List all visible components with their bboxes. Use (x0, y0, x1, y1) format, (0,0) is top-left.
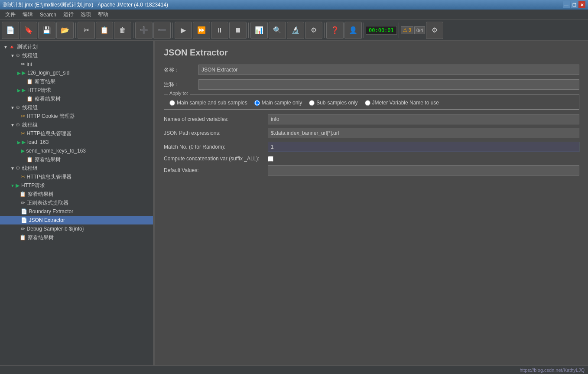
tree-item-view4[interactable]: 📋 察看结果树 (0, 233, 153, 242)
arrow-view4 (17, 235, 19, 240)
radio-main-only-input[interactable] (254, 100, 260, 106)
warning-icon: ⚠ (403, 27, 407, 33)
warning-count: 3 (409, 27, 411, 33)
tree-item-boundary[interactable]: 📄 Boundary Extractor (0, 207, 153, 216)
toolbar-function[interactable]: ⚙ (305, 22, 322, 39)
arrow-ini (17, 62, 20, 67)
icon-http2: ▶ (16, 182, 19, 189)
tree-item-assert1[interactable]: 📋 断言结果 (0, 77, 153, 86)
label-cookie: HTTP Cookie 管理器 (27, 113, 75, 120)
menu-run[interactable]: 运行 (60, 10, 77, 19)
concat-checkbox[interactable] (268, 156, 273, 162)
radio-jmeter-var[interactable]: JMeter Variable Name to use (365, 100, 439, 106)
toolbar-remote[interactable]: 👤 (344, 22, 362, 39)
title-bar: 测试计划.jmx (E:\jmxfiles\测试计划.jmx) - Apache… (0, 0, 588, 10)
menu-options[interactable]: 选项 (77, 10, 94, 19)
restore-button[interactable]: ❐ (571, 1, 578, 8)
label-view3: 察看结果树 (28, 191, 54, 198)
label-thread-group-1: 线程组 (22, 52, 38, 59)
toolbar-search[interactable]: 🔬 (287, 22, 304, 39)
menu-help[interactable]: 帮助 (94, 10, 112, 19)
toolbar-cut[interactable]: ✂ (78, 22, 95, 39)
toolbar-open[interactable]: 📂 (56, 22, 74, 39)
toolbar-start[interactable]: ▶ (175, 22, 192, 39)
tree-item-view2[interactable]: 📋 察看结果树 (0, 155, 153, 164)
toolbar-warning: ⚠ 3 (401, 26, 413, 34)
radio-main-only[interactable]: Main sample only (254, 100, 302, 106)
toolbar-new[interactable]: 📄 (2, 22, 19, 39)
toolbar-collapse[interactable]: ➖ (153, 22, 171, 39)
radio-main-sub[interactable]: Main sample and sub-samples (169, 100, 247, 106)
toolbar-templates[interactable]: 🔖 (20, 22, 37, 39)
radio-jmeter-var-input[interactable] (365, 100, 370, 106)
comment-input[interactable] (198, 79, 579, 90)
tree-item-test-plan[interactable]: ▼ 🔺 测试计划 (0, 42, 153, 51)
tree-item-regex[interactable]: ✏ 正则表达式提取器 (0, 198, 153, 207)
radio-sub-only-label: Sub-samples only (316, 100, 357, 106)
tree-item-thread-group-4[interactable]: ▼ ⚙ 线程组 (0, 164, 153, 172)
toolbar-stop[interactable]: ⏸ (211, 22, 228, 39)
label-send-keys: send_name_keys_to_163 (26, 148, 86, 154)
radio-main-sub-input[interactable] (169, 100, 175, 106)
jsonpath-input[interactable] (268, 128, 579, 138)
toolbar-shutdown[interactable]: ⏹ (229, 22, 247, 39)
close-button[interactable]: ✕ (578, 1, 585, 8)
arrow-send-keys (17, 149, 20, 153)
title-bar-controls: — ❐ ✕ (563, 1, 585, 8)
tree-item-send-keys[interactable]: ▶ send_name_keys_to_163 (0, 146, 153, 155)
label-http-header-2: HTTP信息头管理器 (27, 173, 71, 181)
toolbar-clear[interactable]: 📊 (250, 22, 268, 39)
arrow-regex (17, 201, 20, 205)
radio-main-only-label: Main sample only (262, 100, 302, 106)
icon-ini: ✏ (21, 61, 25, 67)
radio-main-sub-label: Main sample and sub-samples (177, 100, 247, 106)
name-row: 名称： (164, 65, 579, 75)
tree-item-http1[interactable]: ▶ ▶ HTTP请求 (0, 86, 153, 94)
tree-item-thread-group-2[interactable]: ▼ ⚙ 线程组 (0, 103, 153, 112)
tree-item-login[interactable]: ▶ ▶ 126_login_get_sid (0, 68, 153, 77)
default-input[interactable] (268, 165, 579, 176)
tree-item-http-header-2[interactable]: ✂ HTTP信息头管理器 (0, 172, 153, 181)
tree-item-thread-group-3[interactable]: ▼ ⚙ 线程组 (0, 120, 153, 129)
name-input[interactable] (198, 65, 579, 75)
concat-label: Compute concatenation var (suffix _ALL): (164, 156, 268, 162)
icon-http-header-2: ✂ (21, 174, 25, 180)
toolbar-sep6 (364, 23, 364, 38)
menu-file[interactable]: 文件 (2, 10, 19, 19)
toolbar-page: 0/4 (414, 26, 425, 34)
toolbar-help[interactable]: ❓ (326, 22, 344, 39)
tree-item-http-header-1[interactable]: ✂ HTTP信息头管理器 (0, 129, 153, 138)
minimize-button[interactable]: — (563, 1, 570, 8)
tree-item-http2[interactable]: ▼ ▶ HTTP请求 (0, 181, 153, 190)
toolbar-paste[interactable]: 🗑 (114, 22, 131, 39)
menu-bar: 文件 编辑 Search 运行 选项 帮助 (0, 10, 588, 20)
arrow-login: ▶ (17, 71, 21, 75)
tree-item-debug[interactable]: ✏ Debug Sampler-b-${info} (0, 224, 153, 233)
toolbar-clear-all[interactable]: 🔍 (269, 22, 286, 39)
arrow-http1: ▶ (17, 88, 21, 93)
tree-item-view3[interactable]: 📋 察看结果树 (0, 190, 153, 198)
toolbar-settings[interactable]: ⚙ (426, 22, 443, 39)
tree-item-load163[interactable]: ▶ ▶ load_163 (0, 138, 153, 146)
toolbar-start-no-pause[interactable]: ⏩ (193, 22, 210, 39)
label-view2: 察看结果树 (35, 156, 61, 163)
comment-row: 注释： (164, 79, 579, 90)
menu-edit[interactable]: 编辑 (19, 10, 36, 19)
menu-search[interactable]: Search (36, 11, 60, 19)
jsonpath-row: JSON Path expressions: (164, 128, 579, 138)
matchno-input[interactable] (268, 142, 579, 152)
toolbar-copy[interactable]: 📋 (96, 22, 113, 39)
toolbar-save[interactable]: 💾 (38, 22, 55, 39)
comment-label: 注释： (164, 81, 198, 88)
tree-item-ini[interactable]: ✏ ini (0, 60, 153, 68)
toolbar-expand[interactable]: ➕ (135, 22, 153, 39)
tree-item-view1[interactable]: 📋 察看结果树 (0, 94, 153, 103)
variables-input[interactable] (268, 114, 579, 124)
tree-item-cookie[interactable]: ✂ HTTP Cookie 管理器 (0, 112, 153, 120)
tree-item-json-extractor[interactable]: 📄 JSON Extractor (0, 216, 153, 224)
tree-item-thread-group-1[interactable]: ▼ ⚙ 线程组 (0, 51, 153, 60)
radio-sub-only[interactable]: Sub-samples only (309, 100, 357, 106)
radio-sub-only-input[interactable] (309, 100, 315, 106)
arrow-cookie (17, 114, 20, 119)
label-login: 126_login_get_sid (27, 70, 69, 76)
